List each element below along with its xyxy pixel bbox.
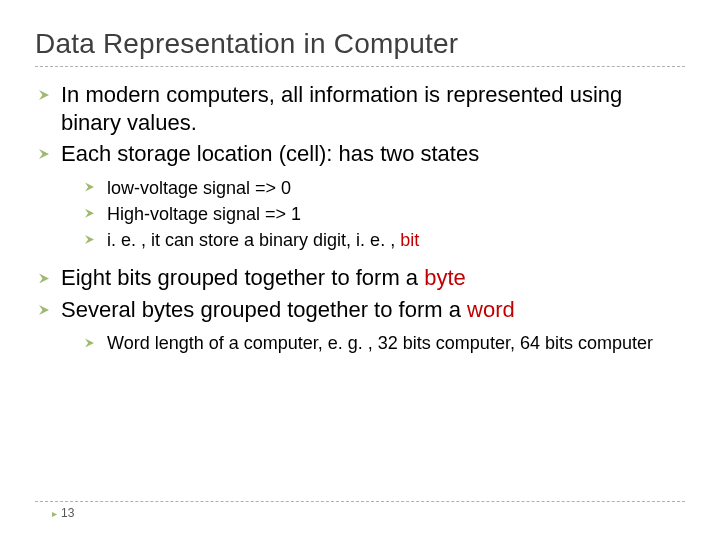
keyword-word: word xyxy=(467,297,515,322)
bullet-text: Word length of a computer, e. g. , 32 bi… xyxy=(107,333,653,353)
bullet-item: Word length of a computer, e. g. , 32 bi… xyxy=(85,331,685,355)
bullet-text: low-voltage signal => 0 xyxy=(107,178,291,198)
bullet-text: Each storage location (cell): has two st… xyxy=(61,141,479,166)
bullet-list-level1: In modern computers, all information is … xyxy=(39,81,685,356)
title-divider xyxy=(35,66,685,67)
bullet-text: Eight bits grouped together to form a xyxy=(61,265,424,290)
bullet-text: Several bytes grouped together to form a xyxy=(61,297,467,322)
bullet-item: In modern computers, all information is … xyxy=(39,81,685,136)
bullet-item: low-voltage signal => 0 xyxy=(85,176,685,200)
slide-title: Data Representation in Computer xyxy=(35,28,685,60)
bullet-item: i. e. , it can store a binary digit, i. … xyxy=(85,228,685,252)
bullet-item: Eight bits grouped together to form a by… xyxy=(39,264,685,292)
bullet-item: Each storage location (cell): has two st… xyxy=(39,140,685,252)
slide: Data Representation in Computer In moder… xyxy=(0,0,720,540)
keyword-byte: byte xyxy=(424,265,466,290)
page-number: 13 xyxy=(52,506,74,520)
keyword-bit: bit xyxy=(400,230,419,250)
bullet-item: Several bytes grouped together to form a… xyxy=(39,296,685,356)
bullet-text: In modern computers, all information is … xyxy=(61,82,622,135)
bottom-divider xyxy=(35,501,685,502)
bullet-list-level2: low-voltage signal => 0 High-voltage sig… xyxy=(85,176,685,253)
bullet-item: High-voltage signal => 1 xyxy=(85,202,685,226)
bullet-text: i. e. , it can store a binary digit, i. … xyxy=(107,230,400,250)
bullet-list-level2: Word length of a computer, e. g. , 32 bi… xyxy=(85,331,685,355)
bullet-text: High-voltage signal => 1 xyxy=(107,204,301,224)
